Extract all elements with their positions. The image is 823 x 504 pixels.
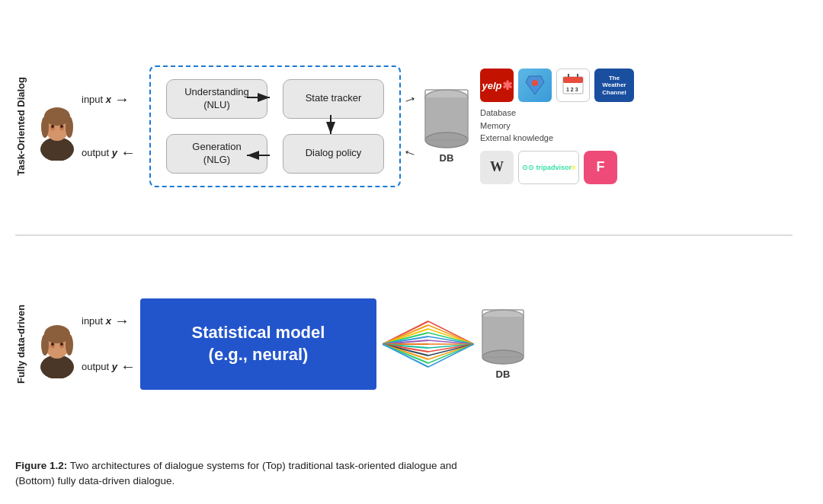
wikipedia-icon: W (480, 151, 514, 184)
services-bottom-row: W ⊙⊙ tripadvisor® F (480, 151, 634, 184)
wires-area (383, 314, 474, 375)
yelp-icon: yelp✱ (480, 69, 514, 102)
foursquare-icon: F (584, 151, 617, 184)
db-info-text: DatabaseMemoryExternal knowledge (480, 107, 634, 145)
svg-point-3 (41, 116, 49, 138)
top-output-arrow: ← (120, 144, 136, 161)
dashed-box: Understanding(NLU) State tracker Generat… (149, 65, 401, 187)
top-input-label: input x (82, 94, 111, 105)
top-output-row: output y ← (82, 144, 136, 161)
top-box-arrows: → ← (402, 73, 418, 180)
top-db-arrow-up: → (400, 89, 421, 110)
top-io-col: input x → output y ← (82, 73, 136, 180)
svg-point-30 (51, 343, 54, 346)
top-section-label: Task-Oriented Dialog (15, 77, 27, 176)
svg-point-26 (41, 334, 49, 356)
state-tracker-box: State tracker (283, 79, 384, 119)
section-divider (15, 234, 793, 236)
top-output-label: output y (82, 147, 117, 158)
bottom-output-row: output y ← (82, 358, 136, 375)
statistical-model-label: Statistical model(e.g., neural) (192, 322, 325, 365)
svg-point-31 (60, 343, 63, 346)
dialog-policy-box: Dialog policy (283, 134, 384, 174)
bottom-db-col: DB (480, 308, 526, 380)
bottom-db-shape (480, 308, 526, 365)
top-db-shape (424, 88, 469, 149)
bottom-input-label: input x (82, 315, 111, 327)
top-db-label: DB (440, 152, 454, 164)
bottom-input-arrow: → (114, 312, 130, 330)
calendar-icon: 1 2 3 (556, 69, 590, 102)
svg-text:1 2 3: 1 2 3 (566, 87, 578, 92)
figure-caption: Figure 1.2: Two architectures of dialogu… (15, 455, 793, 490)
bottom-db-svg (480, 308, 526, 365)
svg-rect-19 (563, 77, 583, 83)
svg-point-4 (66, 116, 73, 138)
caption-text: Two architectures of dialogue systems fo… (15, 460, 457, 486)
top-input-arrow: → (114, 91, 130, 108)
services-top-row: yelp✱ (480, 69, 634, 102)
svg-point-7 (51, 125, 54, 128)
top-right-services: yelp✱ (480, 69, 634, 184)
caption-figure-ref: Figure 1.2: (15, 460, 67, 471)
svg-point-8 (60, 125, 63, 128)
bottom-output-arrow: ← (120, 358, 136, 375)
svg-point-17 (532, 80, 538, 86)
svg-point-27 (66, 334, 73, 356)
weather-icon: TheWeatherChannel (594, 69, 634, 102)
maps-icon (518, 69, 552, 102)
bottom-avatar (34, 317, 80, 371)
top-db-col: DB (424, 88, 469, 164)
bottom-output-label: output y (82, 361, 117, 372)
diagram-area: Task-Oriented Dialog (15, 15, 793, 452)
bottom-section-label: Fully data-driven (15, 305, 27, 384)
top-db-arrow-down: ← (400, 142, 421, 164)
top-avatar (34, 100, 80, 153)
page-container: Task-Oriented Dialog (0, 0, 823, 504)
nlu-box: Understanding(NLU) (166, 79, 267, 119)
bottom-section: Fully data-driven input x (15, 241, 793, 452)
bottom-io-col: input x → output y ← (82, 298, 136, 390)
bottom-input-row: input x → (82, 312, 136, 330)
top-input-row: input x → (82, 91, 136, 108)
bottom-db-label: DB (496, 368, 511, 380)
nlg-box: Generation(NLG) (166, 134, 267, 174)
dashed-box-container: Understanding(NLU) State tracker Generat… (142, 65, 401, 187)
tripadvisor-icon: ⊙⊙ tripadvisor® (518, 151, 579, 184)
statistical-model-box: Statistical model(e.g., neural) (140, 298, 376, 390)
top-db-svg (424, 88, 469, 149)
top-section: Task-Oriented Dialog (15, 15, 793, 230)
wires-svg (383, 314, 474, 375)
